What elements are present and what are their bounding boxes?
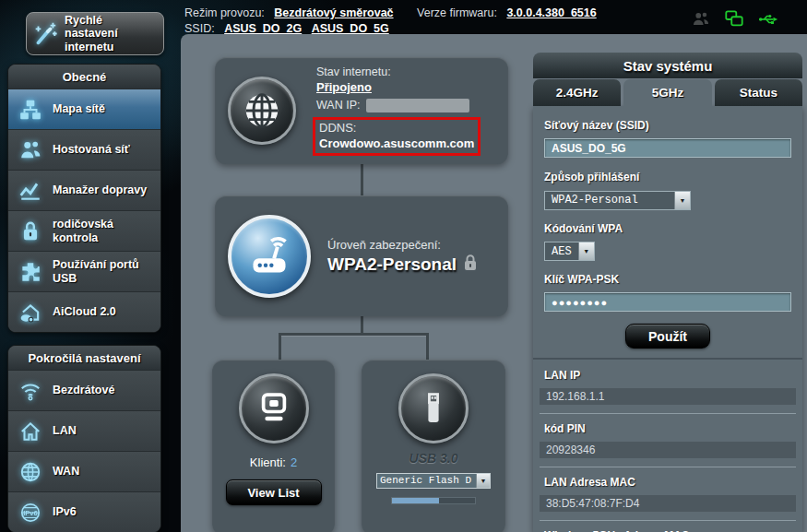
info-group-wireless-5ghz-mac: Wireless 5GHz Adresa MAC bbox=[540, 520, 796, 532]
sidebar-header-general: Obecné bbox=[8, 65, 160, 89]
system-info-section: LAN IP 192.168.1.1 kód PIN 20928346 LAN … bbox=[533, 358, 802, 532]
operation-mode-label: Režim provozu: bbox=[184, 6, 265, 19]
wireless-settings-section: Síťový název (SSID) ASUS_DO_5G Způsob př… bbox=[533, 106, 802, 358]
sidebar: Obecné Mapa sítě bbox=[7, 64, 161, 532]
info-group-pin: kód PIN 20928346 bbox=[540, 413, 796, 458]
operation-mode-link[interactable]: Bezdrátový směrovač bbox=[274, 6, 393, 19]
wan-ip-label: WAN IP: bbox=[316, 99, 360, 112]
wpa-psk-input[interactable]: ●●●●●●●● bbox=[544, 292, 791, 312]
sidebar-item-lan[interactable]: LAN bbox=[8, 410, 160, 451]
system-status-panel: Stav systému 2.4GHz 5GHz Status Síťový n… bbox=[533, 53, 802, 532]
tab-5ghz[interactable]: 5GHz bbox=[623, 79, 711, 106]
aicloud-icon bbox=[17, 300, 44, 325]
lan-mac-label: LAN Adresa MAC bbox=[544, 476, 791, 489]
sidebar-item-ipv6[interactable]: IPv6 IPv6 bbox=[8, 491, 160, 532]
clients-count: 2 bbox=[291, 455, 297, 469]
wan-globe-icon bbox=[17, 459, 44, 485]
connector-security-split bbox=[361, 316, 363, 335]
auth-method-value: WPA2-Personal bbox=[545, 192, 674, 209]
connector-internet-security bbox=[361, 164, 363, 195]
usb-status-icon[interactable] bbox=[757, 9, 779, 30]
security-level-value: WPA2-Personal bbox=[327, 254, 457, 275]
dropdown-arrow-icon[interactable] bbox=[578, 242, 594, 260]
parental-control-lock-icon bbox=[17, 219, 44, 244]
connector-usb bbox=[426, 333, 429, 360]
pin-code-label: kód PIN bbox=[544, 422, 791, 435]
quick-internet-setup-button[interactable]: Rychlé nastavení internetu bbox=[26, 12, 164, 55]
traffic-manager-icon bbox=[17, 178, 44, 204]
info-group-lan-mac: LAN Adresa MAC 38:D5:47:08:7F:D4 bbox=[540, 467, 796, 512]
usb-device-select[interactable]: Generic Flash D bbox=[376, 473, 491, 489]
usb-capacity-bar bbox=[391, 497, 476, 504]
ssid-input[interactable]: ASUS_DO_5G bbox=[544, 138, 791, 158]
system-status-body: Síťový název (SSID) ASUS_DO_5G Způsob př… bbox=[533, 106, 802, 532]
usb-capacity-fill bbox=[392, 498, 439, 503]
quick-internet-setup-label: Rychlé nastavení internetu bbox=[65, 14, 159, 53]
sidebar-header-advanced: Pokročilá nastavení bbox=[8, 346, 160, 370]
magic-wand-icon bbox=[31, 21, 59, 47]
clients-status-icon[interactable] bbox=[691, 9, 711, 30]
network-devices-status-icon[interactable] bbox=[724, 9, 744, 30]
wpa-encryption-select[interactable]: AES bbox=[544, 242, 595, 261]
pin-code-value: 20928346 bbox=[540, 442, 796, 458]
lan-house-icon bbox=[17, 419, 44, 444]
sidebar-item-wan[interactable]: WAN bbox=[8, 451, 160, 491]
topbar-row-mode: Režim provozu: Bezdrátový směrovač Verze… bbox=[184, 6, 597, 19]
usb-device-card: USB 3.0 Generic Flash D bbox=[362, 360, 505, 532]
lan-ip-value: 192.168.1.1 bbox=[540, 388, 796, 405]
ssid-5g-link[interactable]: ASUS_DO_5G bbox=[312, 22, 389, 35]
internet-status-card: Stav internetu: Připojeno WAN IP: DDNS: … bbox=[215, 57, 508, 164]
router-security-icon[interactable] bbox=[228, 215, 311, 298]
internet-globe-icon[interactable] bbox=[228, 77, 296, 145]
sidebar-item-label: Používání portů USB bbox=[53, 258, 157, 286]
sidebar-item-label: AiCloud 2.0 bbox=[53, 305, 157, 319]
usb-flash-drive-icon[interactable] bbox=[398, 373, 469, 443]
sidebar-item-parental-control[interactable]: rodičovská kontrola bbox=[8, 210, 160, 251]
sidebar-group-advanced: Pokročilá nastavení Bezdrátové LAN bbox=[7, 345, 161, 532]
clients-count-row: Klienti: 2 bbox=[250, 455, 297, 469]
apply-button[interactable]: Použít bbox=[625, 324, 710, 349]
tab-status[interactable]: Status bbox=[715, 79, 802, 106]
clients-monitor-icon[interactable] bbox=[239, 373, 309, 443]
sidebar-item-network-map[interactable]: Mapa sítě bbox=[8, 89, 160, 129]
wireless-icon bbox=[17, 378, 44, 404]
connector-horizontal bbox=[279, 333, 429, 336]
sidebar-item-traffic-manager[interactable]: Manažer dopravy bbox=[8, 170, 160, 210]
usb-port-title: USB 3.0 bbox=[409, 451, 458, 466]
topbar-row-ssid: SSID: ASUS_DO_2G ASUS_DO_5G bbox=[184, 22, 389, 35]
internet-status-link[interactable]: Připojeno bbox=[316, 80, 372, 94]
wpa-encryption-label: Kódování WPA bbox=[544, 222, 791, 235]
ddns-highlight-box: DDNS: Crowdowo.asuscomm.com bbox=[313, 117, 481, 157]
sidebar-item-guest-network[interactable]: Hostovaná síť bbox=[8, 129, 160, 170]
sidebar-item-aicloud[interactable]: AiCloud 2.0 bbox=[8, 291, 160, 332]
lan-mac-value: 38:D5:47:08:7F:D4 bbox=[540, 495, 796, 512]
ipv6-icon: IPv6 bbox=[17, 500, 44, 526]
sidebar-item-label: WAN bbox=[53, 465, 157, 479]
sidebar-group-general: Obecné Mapa sítě bbox=[7, 64, 161, 333]
system-status-tabs: 2.4GHz 5GHz Status bbox=[533, 79, 802, 106]
dropdown-arrow-icon[interactable] bbox=[476, 474, 490, 488]
view-list-button[interactable]: View List bbox=[226, 479, 322, 505]
wan-ip-value-redacted bbox=[366, 99, 469, 112]
ddns-value: Crowdowo.asuscomm.com bbox=[319, 136, 474, 150]
sidebar-item-usb-application[interactable]: Používání portů USB bbox=[8, 251, 160, 291]
wpa-psk-label: Klíč WPA-PSK bbox=[544, 273, 791, 286]
clients-card: Klienti: 2 View List bbox=[212, 360, 335, 532]
dropdown-arrow-icon[interactable] bbox=[674, 192, 690, 209]
sidebar-item-label: IPv6 bbox=[53, 505, 157, 519]
guest-network-icon bbox=[17, 137, 44, 163]
sidebar-item-wireless[interactable]: Bezdrátové bbox=[8, 370, 160, 410]
auth-method-select[interactable]: WPA2-Personal bbox=[544, 191, 691, 210]
network-map-icon bbox=[17, 97, 44, 123]
sidebar-item-label: Bezdrátové bbox=[53, 384, 157, 397]
security-level-label: Úroveň zabezpečení: bbox=[327, 238, 477, 252]
ssid-field-label: Síťový název (SSID) bbox=[544, 119, 791, 132]
auth-method-label: Způsob přihlášení bbox=[544, 171, 791, 183]
tab-2-4ghz[interactable]: 2.4GHz bbox=[533, 79, 621, 106]
svg-text:IPv6: IPv6 bbox=[23, 509, 38, 517]
sidebar-item-label: rodičovská kontrola bbox=[53, 218, 157, 245]
lock-icon bbox=[464, 254, 477, 275]
connector-clients bbox=[279, 333, 281, 360]
firmware-version-link[interactable]: 3.0.0.4.380_6516 bbox=[506, 6, 596, 19]
ssid-2g-link[interactable]: ASUS_DO_2G bbox=[224, 22, 302, 35]
